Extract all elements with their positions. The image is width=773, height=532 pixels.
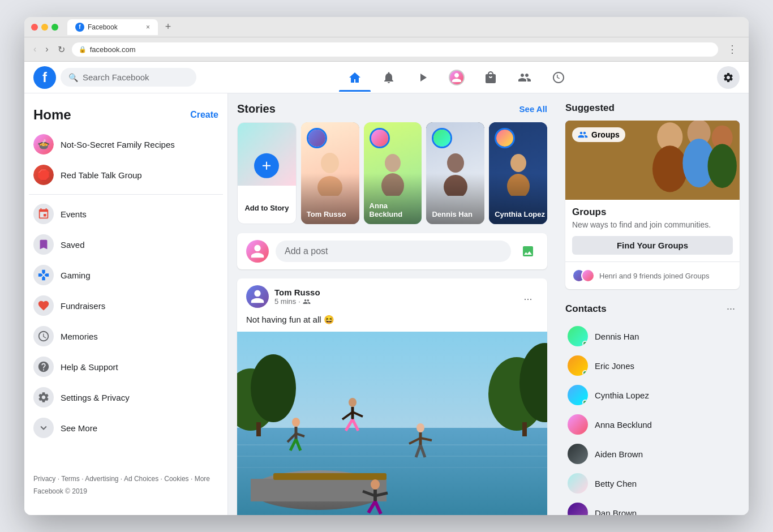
contact-item-aiden[interactable]: Aiden Brown [565, 439, 740, 469]
friend-avatar-2 [581, 269, 595, 282]
friends-avatars [572, 269, 595, 282]
nav-home-button[interactable] [339, 64, 371, 91]
story-name: Tom Russo [307, 210, 346, 218]
tab-close-button[interactable]: × [146, 23, 150, 31]
story-avatar [495, 128, 515, 148]
svg-point-50 [652, 145, 688, 192]
contact-item-dan[interactable]: Dan Brown [565, 498, 740, 515]
address-bar[interactable]: 🔒 facebook.com [72, 42, 718, 57]
back-button[interactable]: ‹ [31, 42, 38, 57]
nav-messenger-button[interactable] [543, 64, 574, 91]
sidebar-item-events[interactable]: Events [29, 199, 223, 229]
sidebar-item-label: Not-So-Secret Family Recipes [61, 140, 175, 149]
browser-more-button[interactable]: ⋮ [723, 41, 742, 58]
stories-section: Stories See All Add to Story [237, 102, 547, 224]
top-navigation: f 🔍 [24, 62, 749, 93]
svg-rect-18 [256, 422, 261, 436]
stories-header: Stories See All [237, 102, 547, 115]
story-cynthia-lopez[interactable]: Cynthia Lopez [489, 122, 547, 224]
privacy-link[interactable]: Privacy [33, 475, 55, 483]
svg-point-54 [708, 144, 737, 188]
add-story-label: Add to Story [244, 204, 289, 212]
contact-item-dennis[interactable]: Dennis Han [565, 321, 740, 351]
sidebar-title: Home [33, 107, 71, 123]
story-tom-russo[interactable]: Tom Russo [301, 122, 359, 224]
user-avatar [246, 240, 269, 263]
suggested-section: Suggested [565, 102, 740, 289]
post-author-avatar[interactable] [246, 285, 269, 308]
memories-icon [33, 326, 54, 346]
post-text: Not having fun at all 😆 [237, 315, 547, 332]
search-bar[interactable]: 🔍 [61, 68, 196, 87]
sidebar-item-label: Saved [61, 240, 85, 250]
contact-name: Betty Chen [595, 479, 637, 488]
contact-item-betty[interactable]: Betty Chen [565, 469, 740, 498]
nav-groups-button[interactable] [509, 64, 540, 91]
sidebar-item-label: Events [61, 209, 87, 219]
sidebar-item-red-table-talk[interactable]: 🛑 Red Table Talk Group [29, 160, 223, 190]
browser-tabs: f Facebook × + [67, 19, 176, 35]
groups-card-title: Groups [572, 207, 733, 218]
contacts-more-button[interactable]: ··· [722, 301, 740, 317]
sidebar-item-settings-privacy[interactable]: Settings & Privacy [29, 383, 223, 412]
active-tab[interactable]: f Facebook × [67, 19, 158, 35]
post-more-button[interactable]: ... [518, 286, 538, 307]
story-anna-becklund[interactable]: Anna Becklund [364, 122, 422, 224]
sidebar-item-label: Help & Support [61, 362, 118, 372]
new-tab-button[interactable]: + [160, 19, 176, 35]
minimize-button[interactable] [41, 24, 48, 31]
contact-name: Cynthia Lopez [595, 391, 649, 400]
create-button[interactable]: Create [190, 110, 218, 120]
sidebar-item-family-recipes[interactable]: 🍲 Not-So-Secret Family Recipes [29, 130, 223, 159]
settings-button[interactable] [717, 66, 740, 89]
contact-avatar [568, 326, 588, 346]
ssl-lock-icon: 🔒 [79, 46, 87, 53]
refresh-button[interactable]: ↻ [55, 42, 67, 57]
find-groups-button[interactable]: Find Your Groups [572, 236, 733, 255]
sidebar-footer: Privacy · Terms · Advertising · Ad Choic… [29, 466, 223, 504]
contact-item-eric[interactable]: Eric Jones [565, 351, 740, 380]
sidebar-item-see-more[interactable]: See More [29, 413, 223, 443]
terms-link[interactable]: Terms [61, 475, 80, 483]
stories-grid: Add to Story [237, 122, 547, 224]
post-create-box: Add a post [237, 233, 547, 269]
cookies-link[interactable]: Cookies [164, 475, 188, 483]
post-create-row: Add a post [246, 240, 538, 263]
advertising-link[interactable]: Advertising [85, 475, 118, 483]
post-input-area[interactable]: Add a post [276, 241, 511, 262]
sidebar-item-gaming[interactable]: Gaming [29, 260, 223, 290]
search-input[interactable] [83, 72, 188, 82]
ad-choices-link[interactable]: Ad Choices [124, 475, 158, 483]
post-author-name[interactable]: Tom Russo [274, 288, 512, 297]
friends-joined-text: Henri and 9 friends joined Groups [599, 272, 709, 280]
nav-notifications-button[interactable] [373, 64, 405, 91]
events-icon [33, 204, 54, 224]
add-story-card[interactable]: Add to Story [237, 122, 297, 224]
add-photo-button[interactable] [518, 241, 538, 261]
forward-button[interactable]: › [43, 42, 50, 57]
contact-item-anna[interactable]: Anna Becklund [565, 410, 740, 439]
sidebar-item-fundraisers[interactable]: Fundraisers [29, 291, 223, 320]
groups-badge-label: Groups [591, 130, 620, 139]
nav-marketplace-button[interactable] [475, 64, 506, 91]
sidebar-item-help-support[interactable]: Help & Support [29, 352, 223, 381]
close-button[interactable] [31, 24, 38, 31]
nav-profile-button[interactable] [441, 64, 473, 91]
tab-favicon: f [75, 23, 84, 32]
post-placeholder: Add a post [285, 246, 328, 256]
sidebar-item-label: Red Table Talk Group [61, 170, 142, 180]
more-link[interactable]: More [195, 475, 210, 483]
contact-item-cynthia[interactable]: Cynthia Lopez [565, 380, 740, 410]
story-dennis-han[interactable]: Dennis Han [426, 122, 484, 224]
maximize-button[interactable] [51, 24, 58, 31]
sidebar-item-saved[interactable]: Saved [29, 230, 223, 259]
contacts-section: Contacts ··· Dennis Han [565, 301, 740, 515]
sidebar-item-memories[interactable]: Memories [29, 321, 223, 351]
see-all-button[interactable]: See All [519, 104, 547, 114]
nav-watch-button[interactable] [407, 64, 439, 91]
contact-avatar [568, 503, 588, 515]
sidebar-item-label: Gaming [61, 271, 91, 280]
nav-right-actions [717, 66, 740, 89]
story-name: Anna Becklund [370, 201, 422, 218]
stories-title: Stories [237, 102, 276, 115]
